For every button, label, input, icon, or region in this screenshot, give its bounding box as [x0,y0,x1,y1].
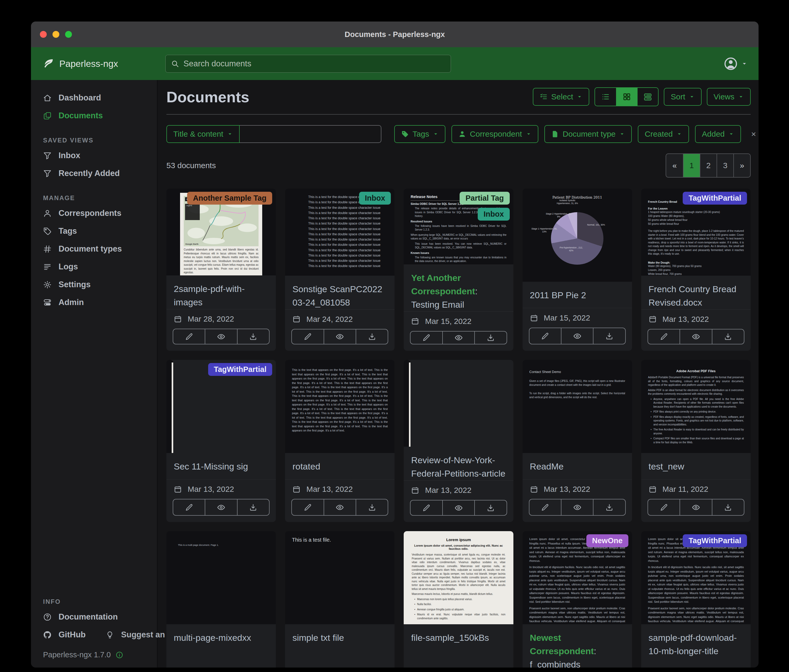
pagination-prev[interactable]: « [666,154,683,177]
list-view-button[interactable] [595,88,616,106]
window-minimize-button[interactable] [53,31,59,38]
document-title[interactable]: multi-page-mixedxx [166,624,276,645]
pagination-page-2[interactable]: 2 [700,154,717,177]
edit-button[interactable] [410,331,442,344]
view-button[interactable] [442,500,474,515]
download-button[interactable] [712,330,744,344]
tag-badge-another-sample-tag[interactable]: Another Sample Tag [187,192,272,205]
document-thumbnail[interactable]: Review of New York Federal Petitions for… [404,360,410,447]
edit-button[interactable] [529,499,561,515]
download-button[interactable] [593,499,625,515]
document-title[interactable]: Review-of-New-York-Federal-Petitions-art… [404,447,513,480]
tags-filter-button[interactable]: Tags [394,125,446,143]
tag-badge-tagwithpartial[interactable]: TagWithPartial [208,363,272,376]
download-button[interactable] [474,331,506,344]
document-title[interactable]: sample-pdf-download-10-mb-longer-title [641,624,751,658]
added-filter-button[interactable]: Added [695,125,741,143]
edit-button[interactable] [292,499,323,515]
download-button[interactable] [474,500,506,515]
document-title[interactable]: 2011 BP Pie 2 [522,282,632,302]
sidebar-item-correspondents[interactable]: Correspondents [31,204,157,222]
sidebar-item-inbox[interactable]: Inbox [31,147,157,164]
edit-button[interactable] [648,330,680,344]
document-title[interactable]: Newest Correspondent: f_combineds [522,624,632,667]
tag-badge-inbox[interactable]: Inbox [359,192,391,205]
document-thumbnail[interactable]: This is a multi page document. Page 1. [166,531,276,624]
view-button[interactable] [561,328,593,344]
sidebar-item-document-types[interactable]: Document types [31,240,157,258]
view-button[interactable] [205,329,237,344]
global-search[interactable] [165,55,451,73]
document-title[interactable]: ReadMe [522,453,632,473]
sidebar-item-documentation[interactable]: Documentation [31,608,157,626]
document-thumbnail[interactable]: This is a test file. [285,531,394,624]
sidebar-item-dashboard[interactable]: Dashboard [31,89,157,107]
edit-button[interactable] [529,328,561,344]
user-menu-button[interactable] [724,56,747,71]
sidebar-item-settings[interactable]: Settings [31,275,157,293]
download-button[interactable] [356,330,388,344]
document-thumbnail[interactable]: Adobe Acrobat PDF FilesAdobe® Portable D… [641,360,751,453]
view-button[interactable] [680,499,712,515]
tag-badge-newone[interactable]: NewOne [586,534,628,547]
edit-button[interactable] [292,330,323,344]
views-button[interactable]: Views [707,88,751,106]
document-thumbnail[interactable]: This is the text that appears on the fir… [285,360,394,453]
edit-button[interactable] [648,499,680,515]
tag-badge-partial-tag[interactable]: Partial Tag [460,192,509,205]
sidebar-item-github[interactable]: GitHub [31,626,97,644]
document-correspondent[interactable]: Newest Correspondent [530,633,594,656]
download-button[interactable] [356,499,388,515]
edit-button[interactable] [173,499,205,515]
sidebar-item-recently-added[interactable]: Recently Added [31,164,157,182]
document-thumbnail[interactable]: Contact Sheet DemoGiven a set of image f… [522,360,632,453]
view-button[interactable] [680,330,712,344]
created-filter-button[interactable]: Created [638,125,689,143]
sidebar-item-documents[interactable]: Documents [31,107,157,124]
document-title[interactable]: Sec 11-Missing sig [166,453,276,473]
document-title[interactable]: file-sample_150kBs [404,624,513,645]
document-title[interactable]: 2sample-pdf-with-images [166,275,276,309]
sort-button[interactable]: Sort [664,88,701,106]
pagination-page-1[interactable]: 1 [683,154,700,177]
view-button[interactable] [324,330,356,344]
download-button[interactable] [593,328,625,344]
document-title[interactable]: Yet Another Correspondent: Testing Email [404,264,513,311]
document-thumbnail[interactable]: Patient BP Distribution 2011Normal, 151,… [522,189,632,282]
sidebar-item-admin[interactable]: Admin [31,293,157,311]
sidebar-item-tags[interactable]: Tags [31,222,157,240]
detail-view-button[interactable] [637,88,658,106]
window-close-button[interactable] [40,31,47,38]
reset-filters-button[interactable]: × Reset filters [751,125,759,143]
window-zoom-button[interactable] [65,31,72,38]
document-title[interactable]: French Country Bread Revised.docx [641,275,751,309]
title-content-filter-input[interactable] [240,125,382,143]
info-icon[interactable] [115,651,123,659]
view-button[interactable] [324,499,356,515]
download-button[interactable] [237,329,269,344]
download-button[interactable] [237,499,269,515]
document-title[interactable]: rotated [285,453,394,473]
tag-badge-tagwithpartial[interactable]: TagWithPartial [683,192,747,205]
document-title[interactable]: test_new [641,453,751,473]
tag-badge-tagwithpartial[interactable]: TagWithPartial [683,534,747,547]
view-button[interactable] [442,331,474,344]
sidebar-item-logs[interactable]: Logs [31,258,157,275]
pagination-next[interactable]: » [733,154,750,177]
tag-badge-inbox[interactable]: Inbox [478,208,509,221]
edit-button[interactable] [410,500,442,515]
app-logo[interactable]: Paperless-ngx [42,57,118,70]
document-thumbnail[interactable]: Application for Medical Staff MembersGoo… [166,360,173,453]
document-title[interactable]: simple txt file [285,624,394,645]
download-button[interactable] [712,499,744,515]
view-button[interactable] [561,499,593,515]
title-content-filter-button[interactable]: Title & content [166,125,240,143]
search-input[interactable] [184,59,446,68]
correspondent-filter-button[interactable]: Correspondent [452,125,538,143]
document-title[interactable]: Sonstige ScanPC2022 03-24_081058 [285,275,394,309]
edit-button[interactable] [173,329,205,344]
pagination-page-3[interactable]: 3 [717,154,733,177]
document-correspondent[interactable]: Yet Another Correspondent [411,273,475,296]
grid-view-button[interactable] [616,88,637,106]
document-thumbnail[interactable]: Lorem ipsumLorem ipsum dolor sit amet, c… [404,531,513,624]
